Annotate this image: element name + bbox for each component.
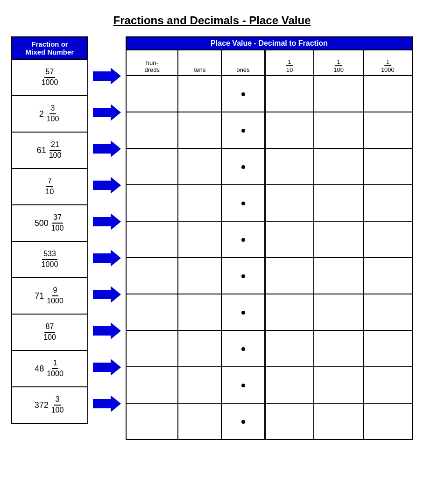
arrow-1 <box>88 94 126 131</box>
pv-row3-hundreds <box>126 185 178 221</box>
pv-row0-thousandth <box>363 76 412 112</box>
svg-marker-8 <box>93 359 121 376</box>
fraction-cell-3: 7 10 <box>12 168 88 205</box>
pv-row4-tens <box>178 221 221 258</box>
pv-row5-tens <box>178 258 221 294</box>
arrow-4 <box>88 203 126 240</box>
pv-row4-tenth <box>265 221 314 258</box>
decimal-dot-6 <box>241 311 245 315</box>
arrow-icon <box>93 104 121 121</box>
fraction-cell-6: 71 9 1000 <box>12 278 88 314</box>
pv-row7-tens <box>178 330 221 367</box>
arrow-8 <box>88 349 126 385</box>
svg-marker-5 <box>93 250 121 266</box>
pv-row5-tenth <box>265 258 314 294</box>
pv-row7-hundredth <box>314 330 363 367</box>
fraction-cell-7: 87 100 <box>12 314 88 350</box>
pv-row4-hundredth <box>314 221 363 258</box>
pv-row2-tens <box>178 148 221 185</box>
pv-row3-tenth <box>265 185 314 221</box>
pv-row1-ones <box>221 112 265 148</box>
fraction-cell-4: 500 37 100 <box>12 205 88 241</box>
arrow-3 <box>88 167 126 203</box>
pv-row9-tens <box>178 403 221 440</box>
fraction-header: Fraction orMixed Number <box>12 37 88 59</box>
pv-row3-ones <box>221 185 265 221</box>
pv-row2-hundreds <box>126 148 178 185</box>
svg-marker-7 <box>93 322 121 339</box>
decimal-dot-8 <box>241 384 245 387</box>
svg-marker-9 <box>93 395 121 412</box>
svg-marker-1 <box>93 104 121 121</box>
pv-row6-thousandth <box>363 294 412 330</box>
pv-row4-thousandth <box>363 221 412 258</box>
fraction-cell-0: 57 1000 <box>12 59 88 96</box>
pv-row0-hundredth <box>314 76 363 112</box>
pv-row5-ones <box>221 258 265 294</box>
pv-row3-tens <box>178 185 221 221</box>
col-header-hundreds: hun-dreds <box>126 50 178 76</box>
pv-row2-hundredth <box>314 148 363 185</box>
svg-marker-4 <box>93 213 121 230</box>
arrow-icon <box>93 395 121 412</box>
pv-row8-thousandth <box>363 367 412 403</box>
arrow-icon <box>93 140 121 157</box>
decimal-dot-1 <box>241 129 245 133</box>
decimal-dot-9 <box>241 420 245 424</box>
svg-marker-2 <box>93 140 121 157</box>
svg-marker-3 <box>93 177 121 194</box>
fraction-cell-1: 2 3 100 <box>12 96 88 132</box>
pv-row9-ones <box>221 403 265 440</box>
fraction-cell-2: 61 21 100 <box>12 132 88 168</box>
pv-row5-thousandth <box>363 258 412 294</box>
decimal-dot-7 <box>241 347 245 351</box>
col-header-tenth: 1 10 <box>265 50 314 76</box>
arrow-icon <box>93 359 121 376</box>
arrow-column <box>88 58 126 422</box>
place-value-main-header: Place Value - Decimal to Fraction <box>126 37 412 50</box>
decimal-dot-0 <box>241 92 245 96</box>
arrow-icon <box>93 322 121 339</box>
decimal-dot-2 <box>241 165 245 169</box>
pv-row9-tenth <box>265 403 314 440</box>
arrow-5 <box>88 240 126 276</box>
pv-row8-tenth <box>265 367 314 403</box>
pv-row7-ones <box>221 330 265 367</box>
arrow-icon <box>93 213 121 230</box>
pv-row5-hundreds <box>126 258 178 294</box>
pv-row9-hundreds <box>126 403 178 440</box>
decimal-dot-4 <box>241 238 245 242</box>
arrow-icon <box>93 250 121 266</box>
pv-row3-thousandth <box>363 185 412 221</box>
pv-row6-hundredth <box>314 294 363 330</box>
fraction-cell-8: 48 1 1000 <box>12 350 88 387</box>
col-header-tens: tens <box>178 50 221 76</box>
decimal-dot-3 <box>241 202 245 205</box>
pv-row8-tens <box>178 367 221 403</box>
pv-row1-hundredth <box>314 112 363 148</box>
arrow-0 <box>88 58 126 94</box>
pv-row5-hundredth <box>314 258 363 294</box>
arrow-icon <box>93 177 121 194</box>
pv-row9-thousandth <box>363 403 412 440</box>
arrow-icon <box>93 286 121 303</box>
pv-row0-tenth <box>265 76 314 112</box>
col-header-hundredth: 1 100 <box>314 50 363 76</box>
arrow-2 <box>88 131 126 167</box>
col-header-ones: ones <box>221 50 265 76</box>
pv-row2-tenth <box>265 148 314 185</box>
arrow-7 <box>88 313 126 349</box>
fraction-cell-5: 533 1000 <box>12 241 88 278</box>
decimal-dot-5 <box>241 274 245 278</box>
pv-row6-hundreds <box>126 294 178 330</box>
pv-row7-tenth <box>265 330 314 367</box>
pv-row4-ones <box>221 221 265 258</box>
fraction-table: Fraction orMixed Number 57 1000 2 3 100 <box>11 36 88 424</box>
pv-row6-tenth <box>265 294 314 330</box>
pv-row4-hundreds <box>126 221 178 258</box>
pv-row1-tenth <box>265 112 314 148</box>
pv-row9-hundredth <box>314 403 363 440</box>
pv-row0-tens <box>178 76 221 112</box>
pv-row8-ones <box>221 367 265 403</box>
place-value-table: Place Value - Decimal to Fraction hun-dr… <box>126 36 413 440</box>
